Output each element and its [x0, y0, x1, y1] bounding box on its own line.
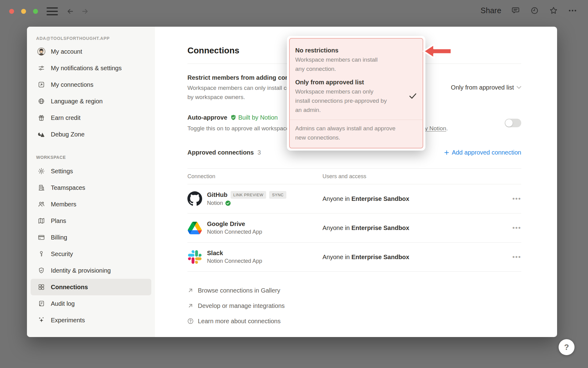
help-button[interactable]: ? — [559, 339, 575, 355]
arrow-up-right-square-icon — [37, 81, 45, 89]
sidebar-item-my-account[interactable]: My account — [31, 43, 151, 60]
sidebar-item-notifications-settings[interactable]: My notifications & settings — [31, 60, 151, 76]
connection-access: Anyone in Enterprise Sandbox — [322, 224, 509, 232]
option-description: Workspace members can install any connec… — [295, 55, 387, 74]
members-icon — [37, 200, 45, 208]
arrow-up-right-icon — [187, 303, 194, 309]
connection-subtitle: Notion — [207, 200, 223, 206]
zoom-window-button[interactable] — [33, 9, 38, 14]
sidebar-item-label: Identity & provisioning — [51, 267, 111, 274]
comments-button[interactable] — [511, 6, 520, 15]
account-email: ADA@TOOLSFORTHOUGHT.APP — [36, 33, 155, 43]
sidebar-item-my-connections[interactable]: My connections — [31, 76, 151, 93]
sidebar-item-label: Security — [51, 251, 73, 258]
menu-icon[interactable] — [47, 7, 58, 15]
credit-card-icon — [37, 233, 45, 241]
table-row-slack: Slack Notion Connected App Anyone in Ent… — [187, 243, 521, 271]
sidebar-item-teamspaces[interactable]: Teamspaces — [31, 179, 151, 196]
sidebar-item-label: Audit log — [51, 300, 75, 307]
minimize-window-button[interactable] — [21, 9, 26, 14]
annotation-arrow-icon — [421, 42, 454, 61]
auto-approve-title: Auto-approve — [187, 113, 227, 122]
settings-sidebar: ADA@TOOLSFORTHOUGHT.APP My account My no… — [27, 27, 155, 337]
sidebar-item-label: Teamspaces — [51, 184, 85, 191]
avatar — [37, 48, 45, 56]
connection-subtitle: Notion Connected App — [207, 229, 262, 235]
connection-access: Anyone in Enterprise Sandbox — [322, 254, 509, 261]
row-menu-button[interactable]: ••• — [509, 195, 521, 203]
sidebar-item-audit-log[interactable]: Audit log — [31, 295, 151, 312]
sidebar-item-label: My notifications & settings — [51, 65, 122, 72]
comment-icon — [511, 6, 520, 15]
connection-subtitle: Notion Connected App — [207, 258, 262, 264]
github-logo-icon — [187, 191, 202, 206]
close-window-button[interactable] — [9, 9, 14, 14]
favorite-button[interactable] — [548, 6, 558, 15]
option-title: No restrictions — [295, 45, 387, 55]
approved-connections-count: 3 — [258, 149, 261, 156]
sidebar-item-security[interactable]: Security — [31, 246, 151, 262]
approved-connections-title: Approved connections — [187, 149, 254, 156]
restriction-dropdown-menu: No restrictions Workspace members can in… — [287, 36, 425, 151]
option-no-restrictions[interactable]: No restrictions Workspace members can in… — [295, 44, 417, 75]
sidebar-item-label: Language & region — [51, 98, 103, 105]
connection-access: Anyone in Enterprise Sandbox — [322, 195, 509, 202]
verified-check-icon — [225, 200, 231, 206]
restriction-select[interactable]: Only from approved list — [451, 84, 521, 91]
column-header-connection: Connection — [187, 173, 322, 180]
sliders-icon — [37, 64, 45, 72]
globe-icon — [37, 97, 45, 105]
sidebar-item-label: My account — [51, 48, 82, 55]
option-description: Workspace members can only install conne… — [295, 87, 387, 115]
sidebar-item-members[interactable]: Members — [31, 196, 151, 213]
link-develop-integrations[interactable]: Develop or manage integrations — [187, 298, 521, 313]
toggle-knob — [505, 119, 513, 127]
sidebar-item-language-region[interactable]: Language & region — [31, 93, 151, 109]
arrow-up-right-icon — [187, 287, 194, 293]
back-button[interactable] — [66, 7, 75, 16]
back-arrow-icon — [66, 7, 75, 16]
row-menu-button[interactable]: ••• — [509, 224, 521, 232]
sidebar-item-plans[interactable]: Plans — [31, 213, 151, 229]
sidebar-item-label: Experiments — [51, 317, 85, 324]
built-by-notion-label: Built by Notion — [238, 114, 278, 121]
link-learn-more-connections[interactable]: Learn more about connections — [187, 313, 521, 329]
option-only-from-approved-list[interactable]: Only from approved list Workspace member… — [295, 75, 417, 117]
sparkles-icon — [37, 316, 45, 324]
sync-badge: SYNC — [269, 191, 286, 199]
sidebar-item-identity-provisioning[interactable]: Identity & provisioning — [31, 262, 151, 279]
workspace-section-label: WORKSPACE — [36, 152, 155, 163]
more-button[interactable] — [567, 6, 577, 15]
table-row-github: GitHub LINK PREVIEW SYNC Notion Anyone i… — [187, 184, 521, 213]
connection-name: Google Drive — [207, 220, 245, 228]
app-window: Share ADA@TOOLSFORTHOUGHT.APP M — [0, 0, 588, 368]
history-button[interactable] — [530, 6, 539, 15]
shield-check-icon — [37, 266, 45, 274]
sidebar-item-earn-credit[interactable]: Earn credit — [31, 109, 151, 126]
sidebar-item-experiments[interactable]: Experiments — [31, 312, 151, 328]
sidebar-item-label: Billing — [51, 234, 67, 241]
sidebar-item-billing[interactable]: Billing — [31, 229, 151, 246]
admins-note: Admins can always install and approve ne… — [295, 120, 401, 142]
sidebar-item-label: Debug Zone — [51, 131, 85, 138]
verified-shield-icon — [230, 114, 236, 121]
sidebar-item-label: Settings — [51, 168, 73, 175]
sidebar-item-debug-zone[interactable]: Debug Zone — [31, 126, 151, 143]
audit-log-icon — [37, 300, 45, 308]
connection-name: Slack — [207, 250, 223, 257]
sidebar-item-label: Plans — [51, 217, 66, 224]
sidebar-item-label: My connections — [51, 81, 93, 88]
table-header-row: Connection Users and access — [187, 169, 521, 184]
add-approved-connection-button[interactable]: Add approved connection — [444, 149, 521, 156]
chevron-down-icon — [517, 86, 521, 89]
forward-button[interactable] — [81, 7, 90, 16]
auto-approve-toggle[interactable] — [505, 119, 521, 127]
sidebar-item-settings[interactable]: Settings — [31, 163, 151, 179]
share-button[interactable]: Share — [481, 6, 501, 15]
ellipsis-icon — [568, 6, 577, 15]
link-browse-gallery[interactable]: Browse connections in Gallery — [187, 283, 521, 298]
option-title: Only from approved list — [295, 77, 387, 87]
sidebar-item-connections[interactable]: Connections — [31, 279, 151, 295]
row-menu-button[interactable]: ••• — [509, 253, 521, 261]
shapes-icon — [37, 130, 45, 138]
